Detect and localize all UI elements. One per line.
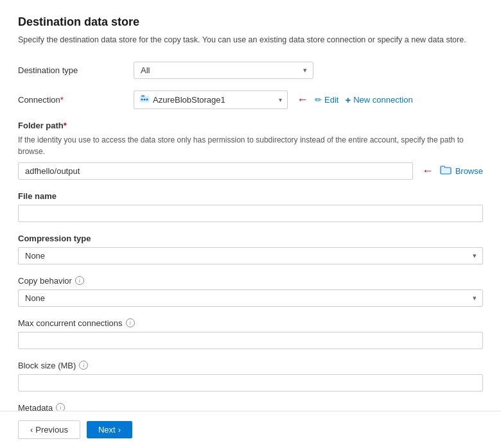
destination-type-select[interactable]: All <box>134 62 313 79</box>
connection-chevron-icon: ▾ <box>279 96 282 103</box>
plus-icon: + <box>345 94 351 105</box>
new-connection-link[interactable]: + New connection <box>345 94 412 105</box>
next-button[interactable]: Next › <box>87 421 132 438</box>
destination-type-label: Destination type <box>18 65 134 75</box>
svg-point-3 <box>144 98 146 100</box>
folder-path-arrow-icon: ← <box>422 164 434 178</box>
copy-behavior-label: Copy behavior <box>18 276 72 286</box>
block-size-input[interactable] <box>18 374 483 392</box>
page-subtitle: Specify the destination data store for t… <box>18 34 483 46</box>
footer: ‹ Previous Next › <box>0 411 501 448</box>
blob-storage-icon <box>139 94 150 106</box>
connection-required-star: * <box>60 95 64 105</box>
folder-path-label: Folder path <box>18 121 64 130</box>
connection-label: Connection* <box>18 95 134 105</box>
svg-point-4 <box>146 98 148 100</box>
compression-type-label: Compression type <box>18 234 483 243</box>
previous-button[interactable]: ‹ Previous <box>18 420 80 439</box>
copy-behavior-info-icon: i <box>75 276 84 285</box>
connection-value: AzureBlobStorage1 <box>153 95 225 105</box>
edit-link[interactable]: ✏ Edit <box>315 95 338 105</box>
max-concurrent-label: Max concurrent connections <box>18 318 123 328</box>
browse-label: Browse <box>455 166 483 176</box>
previous-chevron-icon: ‹ <box>30 425 33 435</box>
file-name-label: File name <box>18 191 483 201</box>
block-size-info-icon: i <box>79 361 88 370</box>
copy-behavior-select[interactable]: None <box>18 289 483 307</box>
folder-path-input[interactable] <box>18 162 413 180</box>
browse-folder-icon <box>440 165 452 177</box>
folder-path-desc: If the identity you use to access the da… <box>18 134 483 157</box>
compression-type-select[interactable]: None <box>18 247 483 264</box>
browse-button[interactable]: Browse <box>440 165 483 177</box>
connection-arrow-icon: ← <box>297 93 308 107</box>
max-concurrent-input[interactable] <box>18 332 483 349</box>
svg-rect-1 <box>141 95 145 97</box>
svg-point-2 <box>141 98 143 100</box>
next-chevron-icon: › <box>118 425 121 435</box>
file-name-input[interactable] <box>18 205 483 222</box>
page-title: Destination data store <box>18 15 483 29</box>
max-concurrent-info-icon: i <box>126 318 135 327</box>
connection-select[interactable]: AzureBlobStorage1 ▾ <box>134 90 288 109</box>
block-size-label: Block size (MB) <box>18 361 76 370</box>
folder-path-required: * <box>64 121 67 130</box>
edit-pencil-icon: ✏ <box>315 95 322 105</box>
